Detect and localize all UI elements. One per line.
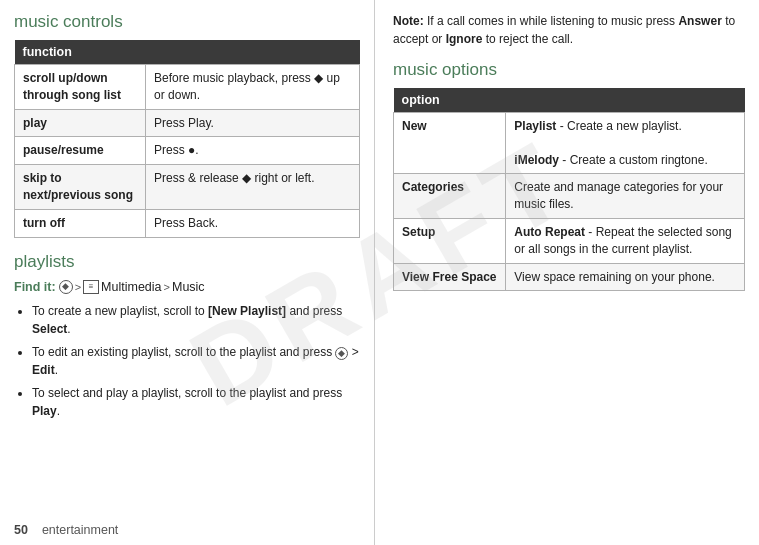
note-answer: Answer xyxy=(678,14,721,28)
edit-dot-icon: ◆ xyxy=(335,347,348,360)
note-ignore: Ignore xyxy=(446,32,483,46)
music-options-table: option New Playlist - Create a new playl… xyxy=(393,88,745,291)
play-ref: Play xyxy=(32,404,57,418)
nav-arrow-2: > xyxy=(164,281,170,293)
page-wrapper: music controls function scroll up/down t… xyxy=(0,0,759,545)
playlist-bullets: To create a new playlist, scroll to [New… xyxy=(14,302,360,420)
nav-arrow-1: > xyxy=(75,281,81,293)
music-options-title: music options xyxy=(393,60,745,80)
table2-row: Categories Create and manage categories … xyxy=(394,174,745,219)
table2-col2: Auto Repeat - Repeat the selected song o… xyxy=(506,218,745,263)
page-number: 50 xyxy=(14,523,28,537)
edit-ref: Edit xyxy=(32,363,55,377)
table1-col2: Press ●. xyxy=(146,137,360,165)
playlists-title: playlists xyxy=(14,252,360,272)
table1-col1: pause/resume xyxy=(15,137,146,165)
table1-col1: skip to next/previous song xyxy=(15,165,146,210)
footer-label: entertainment xyxy=(42,523,118,537)
table2-col1: New xyxy=(394,113,506,174)
bullet-item: To edit an existing playlist, scroll to … xyxy=(32,343,360,379)
note-line: Note: If a call comes in while listening… xyxy=(393,12,745,48)
table2-row: Setup Auto Repeat - Repeat the selected … xyxy=(394,218,745,263)
table1-row: pause/resume Press ●. xyxy=(15,137,360,165)
nav-music-label: Music xyxy=(172,280,205,294)
note-text: If a call comes in while listening to mu… xyxy=(427,14,678,28)
table1-col2: Press Play. xyxy=(146,109,360,137)
nav-dot-icon: ◆ xyxy=(59,280,73,294)
table1-col1: turn off xyxy=(15,209,146,237)
table1-row: play Press Play. xyxy=(15,109,360,137)
table2-col2: Playlist - Create a new playlist. iMelod… xyxy=(506,113,745,174)
find-it-line: Find it: ◆ > ≡ Multimedia > Music xyxy=(14,280,360,294)
table1-row: scroll up/down through song list Before … xyxy=(15,65,360,110)
table2-row: View Free Space View space remaining on … xyxy=(394,263,745,291)
table1-col1: play xyxy=(15,109,146,137)
new-playlist-ref: [New Playlist] xyxy=(208,304,286,318)
left-column: music controls function scroll up/down t… xyxy=(0,0,375,545)
note-label: Note: xyxy=(393,14,424,28)
music-controls-title: music controls xyxy=(14,12,360,32)
note-text-3: to reject the call. xyxy=(486,32,573,46)
table2-col1: View Free Space xyxy=(394,263,506,291)
nav-multimedia-label: Multimedia xyxy=(101,280,161,294)
table1-col1: scroll up/down through song list xyxy=(15,65,146,110)
table1-col2: Before music playback, press ◆ up or dow… xyxy=(146,65,360,110)
nav-path: ◆ > ≡ Multimedia > Music xyxy=(59,280,205,294)
playlists-section: playlists Find it: ◆ > ≡ Multimedia > Mu… xyxy=(14,252,360,420)
table1-col2: Press Back. xyxy=(146,209,360,237)
nav-menu-icon: ≡ xyxy=(83,280,99,294)
playlist-option: Playlist - Create a new playlist. xyxy=(514,119,681,133)
select-ref: Select xyxy=(32,322,67,336)
table2-col2: View space remaining on your phone. xyxy=(506,263,745,291)
music-controls-table: function scroll up/down through song lis… xyxy=(14,40,360,238)
table1-col2: Press & release ◆ right or left. xyxy=(146,165,360,210)
imelody-option: iMelody - Create a custom ringtone. xyxy=(514,153,707,167)
table1-row: skip to next/previous song Press & relea… xyxy=(15,165,360,210)
table1-header: function xyxy=(15,40,360,65)
table1-row: turn off Press Back. xyxy=(15,209,360,237)
bullet-item: To create a new playlist, scroll to [New… xyxy=(32,302,360,338)
find-it-label: Find it: xyxy=(14,280,56,294)
table2-col1: Categories xyxy=(394,174,506,219)
table2-header: option xyxy=(394,88,745,113)
bullet-item: To select and play a playlist, scroll to… xyxy=(32,384,360,420)
right-column: Note: If a call comes in while listening… xyxy=(375,0,759,545)
table2-row: New Playlist - Create a new playlist. iM… xyxy=(394,113,745,174)
table2-col2: Create and manage categories for your mu… xyxy=(506,174,745,219)
table2-col1: Setup xyxy=(394,218,506,263)
page-footer: 50 entertainment xyxy=(14,523,118,537)
